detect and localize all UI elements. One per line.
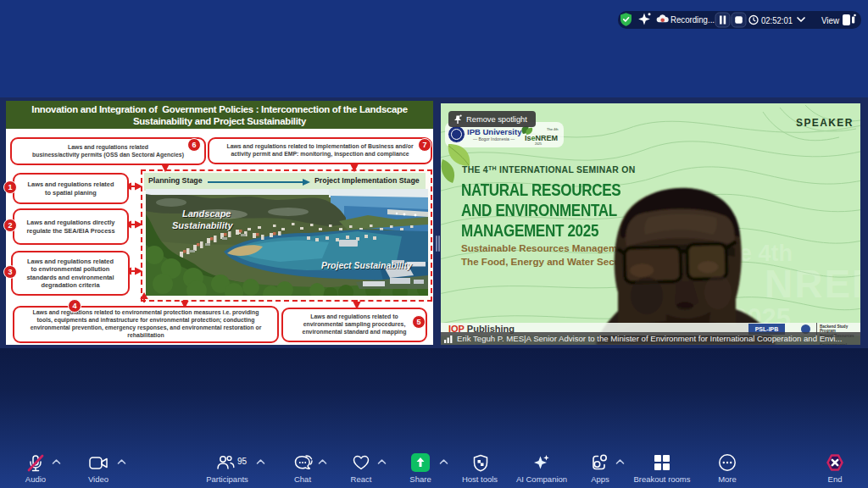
svg-text:02:52:01: 02:52:01 — [761, 15, 793, 25]
svg-text:2025: 2025 — [535, 142, 542, 146]
svg-text:View: View — [821, 15, 839, 25]
svg-text:IseNREM: IseNREM — [525, 134, 558, 142]
svg-text:Recording...: Recording... — [670, 14, 715, 25]
svg-text:The 4th: The 4th — [547, 127, 559, 131]
